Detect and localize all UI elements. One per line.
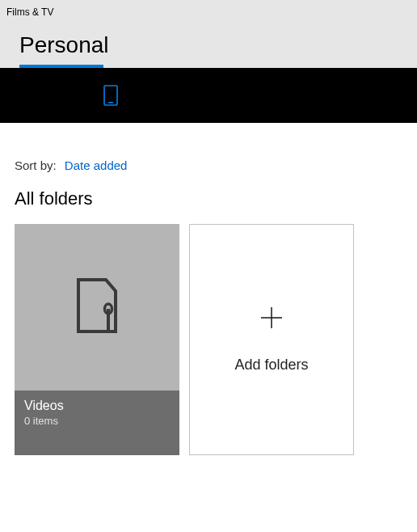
document-icon (75, 278, 119, 336)
section-heading: All folders (15, 188, 402, 209)
tab-row: Personal (6, 29, 411, 65)
folder-tiles: Videos 0 items Add folders (15, 224, 402, 455)
folder-item-count: 0 items (24, 415, 170, 427)
svg-rect-1 (108, 102, 113, 103)
header-region: Films & TV Personal (0, 0, 417, 68)
folder-name: Videos (24, 399, 170, 413)
tab-personal[interactable]: Personal (19, 29, 109, 65)
add-folders-tile[interactable]: Add folders (189, 224, 354, 455)
folder-tile-videos[interactable]: Videos 0 items (15, 224, 179, 455)
app-title: Films & TV (6, 5, 411, 29)
plus-icon (259, 306, 284, 334)
sort-row: Sort by: Date added (15, 158, 402, 172)
folder-tile-footer: Videos 0 items (15, 391, 179, 455)
sort-by-label: Sort by: (15, 158, 57, 172)
device-icon[interactable] (103, 85, 118, 106)
content-area: Sort by: Date added All folders Videos 0… (0, 123, 417, 471)
folder-thumbnail (15, 224, 179, 391)
add-folders-label: Add folders (234, 357, 308, 374)
sort-by-value[interactable]: Date added (65, 158, 128, 172)
command-bar (0, 68, 417, 123)
